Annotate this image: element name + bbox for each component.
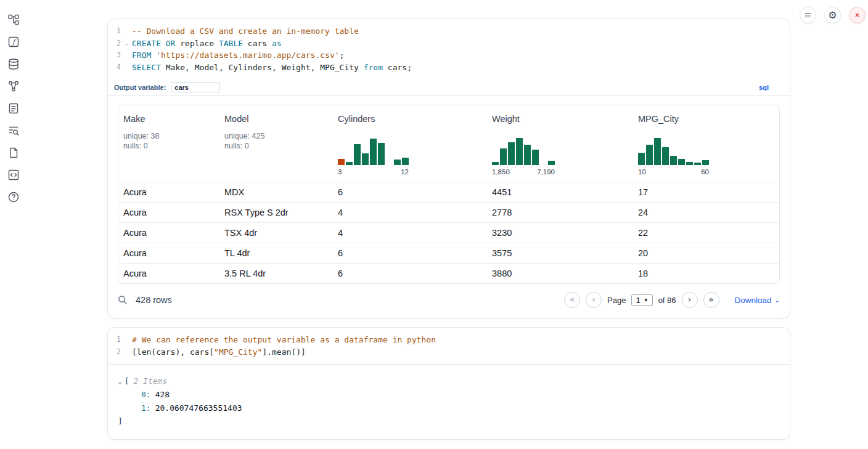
- table-cell: 24: [633, 202, 779, 222]
- line-number: 2⌄: [108, 38, 129, 50]
- settings-button[interactable]: ⚙: [824, 7, 841, 23]
- search-icon[interactable]: [118, 295, 128, 305]
- first-page-button[interactable]: «: [564, 292, 580, 308]
- output-variable-row: Output variable: sql: [108, 79, 790, 96]
- output-variable-input[interactable]: [171, 82, 220, 92]
- shutdown-button[interactable]: [849, 7, 866, 23]
- logs-icon[interactable]: [7, 124, 20, 137]
- histogram-bar: [532, 150, 539, 165]
- help-icon[interactable]: [7, 191, 20, 203]
- table-output: Makeunique: 38nulls: 0Modelunique: 425nu…: [108, 96, 790, 285]
- column-summary: unique: 425nulls: 0: [224, 131, 328, 152]
- histogram-bar: [686, 162, 693, 165]
- code-line[interactable]: [len(cars), cars["MPG_City"].mean()]: [132, 346, 790, 358]
- histogram-bar: [694, 163, 701, 165]
- column-histogram: [492, 136, 555, 165]
- histogram-bar: [394, 160, 401, 165]
- select-chevron-icon: ▼: [644, 297, 649, 303]
- table-row[interactable]: AcuraTL 4dr6357520: [118, 243, 779, 263]
- menu-button[interactable]: [800, 7, 816, 23]
- table-row[interactable]: AcuraTSX 4dr4323022: [118, 222, 779, 243]
- variables-icon[interactable]: ƒ: [7, 36, 20, 48]
- histogram-bar: [548, 161, 555, 165]
- last-page-icon: »: [708, 294, 714, 304]
- sql-code-editor[interactable]: 12⌄34 -- Download a CSV and create an in…: [108, 19, 790, 79]
- line-number: 4: [108, 62, 129, 74]
- page-total-label: of 86: [658, 296, 676, 305]
- page-label: Page: [607, 296, 626, 305]
- column-header-model[interactable]: Modelunique: 425nulls: 0: [219, 105, 333, 182]
- table-cell: 22: [633, 222, 779, 243]
- close-bracket: ]: [118, 415, 780, 428]
- table-cell: MDX: [219, 182, 333, 202]
- file-explorer-icon[interactable]: [7, 14, 20, 26]
- fold-chevron-icon[interactable]: ⌄: [125, 38, 128, 50]
- histogram-bar: [362, 153, 369, 165]
- histogram-bar: [338, 159, 345, 165]
- table-footer: 428 rows « ‹ Page 1 ▼ of 86 › » Download…: [108, 284, 790, 318]
- code-line[interactable]: -- Download a CSV and create an in-memor…: [132, 25, 790, 38]
- column-histogram: [638, 136, 709, 165]
- language-badge[interactable]: sql: [759, 84, 769, 91]
- code-line[interactable]: # We can reference the output variable a…: [132, 334, 790, 346]
- next-page-button[interactable]: ›: [682, 292, 698, 308]
- histogram-bar: [370, 139, 377, 165]
- column-header-cylinders[interactable]: Cylinders312: [333, 105, 487, 182]
- histogram-bar: [702, 160, 709, 165]
- line-number-gutter: 12: [108, 334, 129, 358]
- histogram-bar: [524, 145, 531, 165]
- column-header-make[interactable]: Makeunique: 38nulls: 0: [118, 105, 219, 182]
- collapse-chevron-icon[interactable]: ⌄: [118, 378, 122, 386]
- table-cell: 4: [333, 202, 487, 222]
- column-header-weight[interactable]: Weight1,8507,190: [487, 105, 633, 182]
- prev-page-button[interactable]: ‹: [586, 292, 602, 308]
- notebook-actions: ⚙: [800, 7, 866, 23]
- table-row[interactable]: AcuraRSX Type S 2dr4277824: [118, 202, 779, 222]
- row-count: 428 rows: [136, 295, 172, 305]
- table-row[interactable]: AcuraMDX6445117: [118, 182, 779, 202]
- table-cell: 6: [333, 182, 487, 202]
- python-code-editor[interactable]: 12 # We can reference the output variabl…: [108, 328, 790, 364]
- histogram-bar: [646, 145, 653, 165]
- tree-root-line: ⌄[2 Items: [118, 374, 780, 389]
- table-cell: RSX Type S 2dr: [219, 202, 333, 222]
- table-cell: 20: [633, 243, 779, 263]
- histogram-bar: [508, 142, 515, 165]
- code-line[interactable]: CREATE OR replace TABLE cars as: [132, 38, 790, 50]
- column-header-mpg_city[interactable]: MPG_City1060: [633, 105, 779, 182]
- line-number: 3: [108, 49, 129, 62]
- table-cell: TL 4dr: [219, 243, 333, 263]
- snippets-icon[interactable]: [7, 169, 20, 181]
- items-count: 2 Items: [133, 376, 167, 386]
- line-number: 2: [108, 346, 129, 358]
- last-page-button[interactable]: »: [703, 292, 719, 308]
- tree-entry: 1:20.060747663551403: [118, 402, 780, 415]
- table-header-row: Makeunique: 38nulls: 0Modelunique: 425nu…: [118, 105, 779, 182]
- histogram-bar: [678, 159, 685, 165]
- download-button[interactable]: Download ⌄: [735, 296, 780, 305]
- documentation-icon[interactable]: [7, 147, 20, 159]
- dependencies-icon[interactable]: [7, 80, 20, 92]
- scratchpad-icon[interactable]: [7, 102, 20, 115]
- table-cell: Acura: [118, 243, 219, 263]
- column-label: Model: [224, 114, 328, 124]
- prev-page-icon: ‹: [592, 294, 596, 304]
- download-label: Download: [735, 296, 772, 305]
- table-cell: 4: [333, 222, 487, 243]
- table-row[interactable]: Acura3.5 RL 4dr6388018: [118, 263, 779, 283]
- histogram-bar: [638, 153, 645, 165]
- code-line[interactable]: FROM 'https://datasets.marimo.app/cars.c…: [132, 49, 790, 62]
- table-cell: 3230: [487, 222, 633, 243]
- page-select[interactable]: 1 ▼: [631, 294, 652, 306]
- histogram-axis: 1,8507,190: [492, 168, 555, 176]
- code-line[interactable]: SELECT Make, Model, Cylinders, Weight, M…: [132, 62, 790, 74]
- column-label: Cylinders: [338, 114, 482, 124]
- datasets-icon[interactable]: [7, 58, 20, 70]
- table-cell: Acura: [118, 202, 219, 222]
- first-page-icon: «: [570, 294, 575, 304]
- histogram-bar: [516, 138, 523, 165]
- table-cell: 18: [633, 263, 779, 283]
- column-label: Weight: [492, 114, 628, 124]
- chevron-down-icon: ⌄: [775, 297, 780, 304]
- histogram-axis: 312: [338, 168, 409, 176]
